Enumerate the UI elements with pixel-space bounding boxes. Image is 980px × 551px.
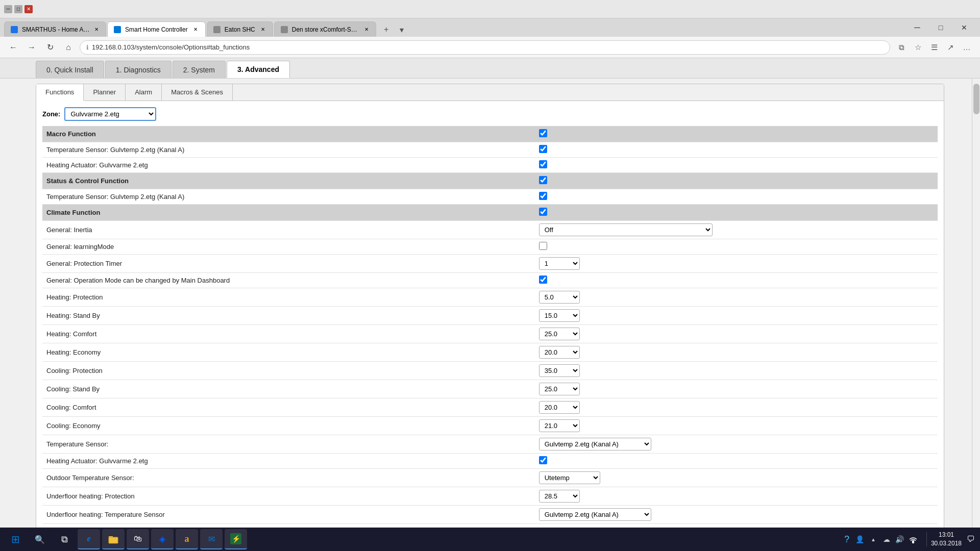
section-control[interactable] xyxy=(535,126,938,142)
row-checkbox[interactable] xyxy=(539,456,547,464)
network-icon[interactable] xyxy=(908,534,918,544)
row-select-medium[interactable]: UtetempSensor 2 xyxy=(539,471,600,484)
file-explorer-btn[interactable] xyxy=(102,529,125,549)
table-row: Temperature Sensor: Gulvtemp 2.etg (Kana… xyxy=(42,142,938,158)
tab-close-btn[interactable]: ✕ xyxy=(363,26,370,33)
row-label: Heating Actuator: Gulvvarme 2.etg xyxy=(42,158,535,173)
row-checkbox[interactable] xyxy=(539,145,547,153)
refresh-button[interactable]: ↻ xyxy=(43,40,57,55)
start-btn[interactable]: ⊞ xyxy=(4,529,27,549)
amazon-btn[interactable]: a xyxy=(176,529,198,549)
row-checkbox[interactable] xyxy=(539,276,547,284)
system-tray-expand[interactable]: ▲ xyxy=(868,534,878,544)
row-select-small[interactable]: 20.021.022.0 xyxy=(539,401,580,414)
tab-title: SMARTHUS - Home Automa… xyxy=(22,26,90,33)
browser-tab-tab2[interactable]: Smart Home Controller ✕ xyxy=(107,21,206,37)
volume-icon[interactable]: 🔊 xyxy=(895,534,905,544)
mail-btn[interactable]: ✉ xyxy=(200,529,223,549)
dropbox-btn[interactable]: ◈ xyxy=(151,529,174,549)
row-label: Outdoor Temperature Sensor: xyxy=(42,469,535,487)
row-select-wide[interactable]: Gulvtemp 2.etg (Kanal A)Sensor 2 xyxy=(539,508,651,521)
table-row: Heating: Comfort 25.026.027.0 xyxy=(42,325,938,343)
section-control[interactable] xyxy=(535,173,938,189)
task-view-btn[interactable]: ⧉ xyxy=(53,529,76,549)
split-view-btn[interactable]: ⧉ xyxy=(894,40,909,55)
row-select[interactable]: OffLowMediumHigh xyxy=(539,223,713,236)
browser-tab-tab3[interactable]: Eaton SHC ✕ xyxy=(207,21,273,37)
row-checkbox[interactable] xyxy=(539,192,547,200)
edge-btn[interactable]: e xyxy=(78,529,100,549)
scrollbar-thumb[interactable] xyxy=(973,84,979,114)
divider xyxy=(926,532,927,546)
share-btn[interactable]: ↗ xyxy=(943,40,958,55)
zone-select[interactable]: Gulvvarme 2.etgZone 2Zone 3 xyxy=(64,107,156,121)
row-select-wide[interactable]: Gulvtemp 2.etg (Kanal A)Sensor 2 xyxy=(539,438,651,450)
row-label: Heating: Comfort xyxy=(42,325,535,343)
url-bar[interactable]: ℹ 192.168.0.103/system/console/Options#t… xyxy=(80,40,890,55)
tab-close-btn[interactable]: ✕ xyxy=(94,26,100,33)
svg-rect-7 xyxy=(913,541,914,543)
table-row: Temperature Sensor: Gulvtemp 2.etg (Kana… xyxy=(42,435,938,454)
tab-list-btn[interactable]: ▾ xyxy=(395,22,409,37)
main-nav-tab-3[interactable]: 3. Advanced xyxy=(227,61,290,78)
win-close-btn[interactable]: ✕ xyxy=(952,18,976,37)
back-button[interactable]: ← xyxy=(6,40,20,55)
row-select-small[interactable]: 5.06.07.0 xyxy=(539,291,580,304)
main-nav-tab-2[interactable]: 2. System xyxy=(173,61,226,78)
store-btn[interactable]: 🛍 xyxy=(127,529,149,549)
user-icon[interactable]: 👤 xyxy=(855,534,865,544)
row-select-small[interactable]: 25.026.027.0 xyxy=(539,328,580,340)
row-control: UtetempSensor 2 xyxy=(535,469,938,487)
row-checkbox[interactable] xyxy=(539,160,547,168)
section-checkbox[interactable] xyxy=(539,176,547,184)
hub-btn[interactable]: ☰ xyxy=(927,40,941,55)
scrollbar[interactable] xyxy=(972,79,980,528)
sub-tab-0[interactable]: Functions xyxy=(36,84,84,101)
row-label: Temperature Sensor: Gulvtemp 2.etg (Kana… xyxy=(42,142,535,158)
functions-table: Macro Function Temperature Sensor: Gulvt… xyxy=(42,126,938,524)
maximize-btn[interactable]: □ xyxy=(14,5,22,13)
tab-close-btn[interactable]: ✕ xyxy=(192,26,199,33)
sub-tab-3[interactable]: Macros & Scenes xyxy=(162,84,233,101)
section-checkbox[interactable] xyxy=(539,208,547,216)
row-select-small[interactable]: 25.026.027.0 xyxy=(539,383,580,395)
smarthus-btn[interactable]: ⚡ xyxy=(225,529,247,549)
favorites-btn[interactable]: ☆ xyxy=(911,40,925,55)
main-nav-tab-1[interactable]: 1. Diagnostics xyxy=(105,61,172,78)
row-control: 25.026.027.0 xyxy=(535,380,938,398)
sub-tab-1[interactable]: Planner xyxy=(84,84,126,101)
win-maximize-btn[interactable]: □ xyxy=(929,18,952,37)
minimize-btn[interactable]: ─ xyxy=(4,5,12,13)
home-button[interactable]: ⌂ xyxy=(61,40,76,55)
main-nav-tab-0[interactable]: 0. Quick Install xyxy=(36,61,104,78)
table-row: Cooling: Comfort 20.021.022.0 xyxy=(42,398,938,417)
more-btn[interactable]: … xyxy=(960,40,974,55)
help-icon[interactable]: ? xyxy=(842,534,852,544)
tab-close-btn[interactable]: ✕ xyxy=(259,26,266,33)
browser-tab-tab1[interactable]: SMARTHUS - Home Automa… ✕ xyxy=(4,21,106,37)
browser-tab-tab4[interactable]: Den store xComfort-Sensio… ✕ xyxy=(274,21,376,37)
cloud-icon[interactable]: ☁ xyxy=(881,534,892,544)
win-minimize-btn[interactable]: ─ xyxy=(905,18,929,37)
url-text: 192.168.0.103/system/console/Options#tab… xyxy=(92,43,250,51)
taskbar-clock[interactable]: 13:01 30.03.2018 xyxy=(931,531,962,548)
row-select-small[interactable]: 35.036.037.0 xyxy=(539,364,580,377)
section-checkbox[interactable] xyxy=(539,129,547,137)
row-control: Gulvtemp 2.etg (Kanal A)Sensor 2 xyxy=(535,506,938,524)
new-tab-btn[interactable]: + xyxy=(379,22,394,37)
row-select-small[interactable]: 28.529.030.0 xyxy=(539,490,580,503)
search-btn[interactable]: 🔍 xyxy=(29,529,51,549)
row-select-small[interactable]: 21.022.023.0 xyxy=(539,419,580,432)
row-select-small[interactable]: 12345 xyxy=(539,257,580,270)
row-control: 12345 xyxy=(535,255,938,273)
row-select-small[interactable]: 20.021.022.0 xyxy=(539,346,580,359)
row-label: Temperature Sensor: Gulvtemp 2.etg (Kana… xyxy=(42,189,535,205)
notification-btn[interactable]: 🗩 xyxy=(966,534,976,544)
taskbar-time-display: 13:01 xyxy=(931,531,962,539)
row-select-small[interactable]: 15.016.017.0 xyxy=(539,309,580,322)
forward-button[interactable]: → xyxy=(24,40,39,55)
row-checkbox[interactable] xyxy=(539,242,547,250)
section-control[interactable] xyxy=(535,205,938,221)
sub-tab-2[interactable]: Alarm xyxy=(126,84,162,101)
close-btn[interactable]: ✕ xyxy=(24,5,33,13)
